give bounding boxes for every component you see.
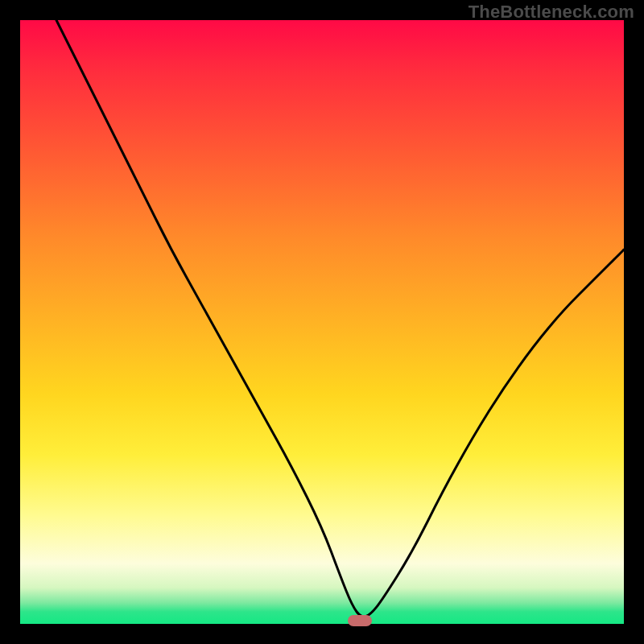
curve-path [56, 20, 624, 617]
bottleneck-curve [20, 20, 624, 624]
optimum-marker [348, 615, 372, 626]
